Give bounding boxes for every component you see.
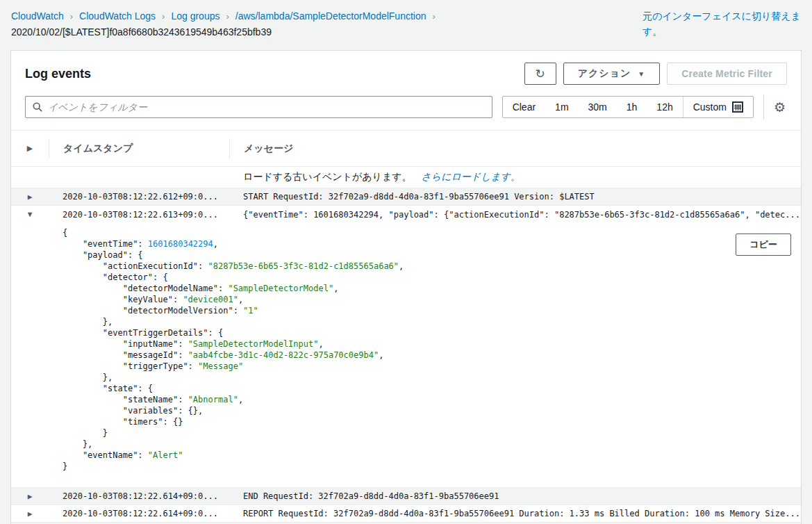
log-timestamp: 2020-10-03T08:12:22.612+09:0... [49, 192, 229, 202]
create-metric-filter-button[interactable]: Create Metric Filter [667, 63, 787, 85]
breadcrumb-bar: CloudWatch›CloudWatch Logs›Log groups›/a… [0, 0, 812, 50]
gear-icon[interactable]: ⚙ [774, 101, 787, 114]
chevron-right-icon: › [433, 11, 436, 22]
time-clear-button[interactable]: Clear [503, 97, 545, 117]
chevron-right-icon: › [226, 11, 229, 22]
table-header: ▶ タイムスタンプ メッセージ [11, 130, 801, 167]
calendar-icon [732, 101, 743, 113]
log-message: END RequestId: 32f702a9-d8dd-4d0a-83f1-9… [229, 491, 801, 501]
column-header-message[interactable]: メッセージ [229, 138, 801, 159]
actions-dropdown-button[interactable]: アクション ▼ [563, 63, 661, 85]
log-message: {"eventTime": 1601680342294, "payload": … [229, 210, 801, 220]
log-timestamp: 2020-10-03T08:12:22.613+09:0... [49, 210, 229, 220]
log-events-panel: Log events ↻ アクション ▼ Create Metric Filte… [10, 50, 802, 524]
chevron-right-icon: › [162, 11, 165, 22]
expand-icon[interactable]: ▶ [28, 509, 33, 518]
breadcrumb: CloudWatch›CloudWatch Logs›Log groups›/a… [11, 8, 636, 40]
load-more-link[interactable]: さらにロードします。 [421, 171, 520, 182]
time-custom-button[interactable]: Custom [683, 97, 753, 117]
breadcrumb-link[interactable]: Log groups [171, 10, 219, 22]
breadcrumb-current: 2020/10/02/[$LATEST]f0a8f6680b3243619549… [11, 26, 272, 38]
search-icon [33, 102, 42, 112]
time-12h-button[interactable]: 12h [647, 97, 682, 117]
json-body: { "eventTime": 1601680342294, "payload":… [11, 223, 801, 487]
table-row[interactable]: ▶ 2020-10-03T08:12:22.614+09:0... REPORT… [11, 505, 801, 522]
refresh-icon: ↻ [536, 67, 545, 81]
log-message: REPORT RequestId: 32f702a9-d8dd-4d0a-83f… [229, 509, 801, 518]
column-header-timestamp[interactable]: タイムスタンプ [49, 138, 229, 159]
log-timestamp: 2020-10-03T08:12:22.614+09:0... [49, 491, 229, 501]
switch-interface-link[interactable]: 元のインターフェイスに切り替えます。 [643, 8, 801, 39]
log-message: START RequestId: 32f702a9-d8dd-4d0a-83f1… [229, 192, 801, 202]
load-older-row: ロードする古いイベントがあります。 さらにロードします。 [11, 167, 801, 188]
expanded-event-row: ▼ 2020-10-03T08:12:22.613+09:0... {"even… [11, 205, 801, 487]
expand-icon[interactable]: ▶ [28, 193, 33, 202]
time-1m-button[interactable]: 1m [545, 97, 578, 117]
divider [763, 95, 764, 120]
copy-button[interactable]: コピー [736, 234, 791, 256]
chevron-down-icon: ▼ [638, 70, 645, 78]
refresh-button[interactable]: ↻ [524, 63, 556, 85]
breadcrumb-link[interactable]: /aws/lambda/SampleDetectorModelFunction [235, 10, 426, 22]
collapse-icon[interactable]: ▼ [28, 210, 33, 219]
chevron-right-icon: › [70, 11, 73, 22]
actions-label: アクション [578, 67, 631, 80]
time-30m-button[interactable]: 30m [579, 97, 617, 117]
filter-events-input[interactable] [48, 101, 485, 113]
time-1h-button[interactable]: 1h [617, 97, 647, 117]
log-timestamp: 2020-10-03T08:12:22.614+09:0... [49, 509, 229, 518]
expand-icon[interactable]: ▶ [28, 492, 33, 501]
page-title: Log events [25, 67, 91, 81]
filter-search-box[interactable] [25, 96, 492, 118]
breadcrumb-link[interactable]: CloudWatch [11, 10, 64, 22]
table-row[interactable]: ▶ 2020-10-03T08:12:22.614+09:0... END Re… [11, 487, 801, 505]
custom-label: Custom [693, 101, 727, 113]
time-range-control: Clear 1m 30m 1h 12h Custom [502, 96, 754, 118]
expand-all-icon[interactable]: ▶ [27, 144, 33, 153]
breadcrumb-items: CloudWatch›CloudWatch Logs›Log groups›/a… [11, 10, 442, 22]
load-older-text: ロードする古いイベントがあります。 [243, 171, 412, 182]
table-row[interactable]: ▼ 2020-10-03T08:12:22.613+09:0... {"even… [11, 206, 801, 223]
table-row[interactable]: ▶ 2020-10-03T08:12:22.612+09:0... START … [11, 188, 801, 205]
breadcrumb-link[interactable]: CloudWatch Logs [79, 10, 156, 22]
